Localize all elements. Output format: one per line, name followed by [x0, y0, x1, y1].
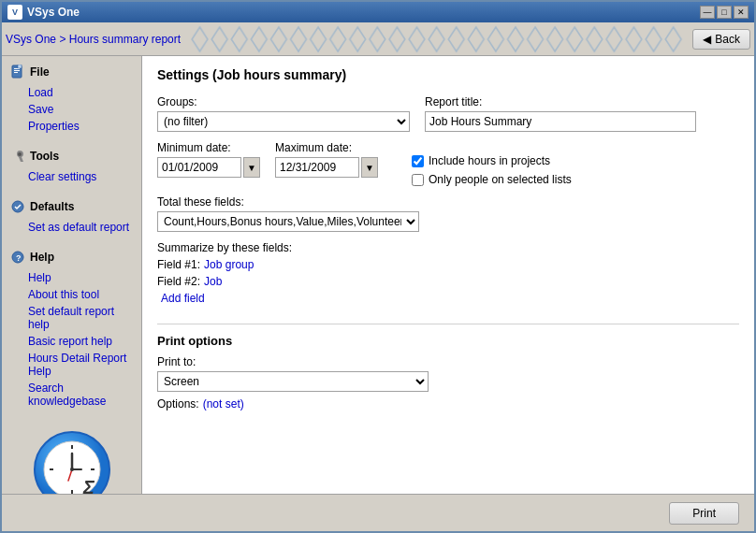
- help-icon: ?: [9, 249, 26, 266]
- only-people-label: Only people on selected lists: [429, 173, 572, 186]
- sidebar-file-section: File Load Save Properties: [2, 60, 141, 135]
- close-button[interactable]: ✕: [734, 6, 749, 19]
- breadcrumb-separator: >: [59, 33, 65, 46]
- sidebar-file-header: File: [2, 60, 141, 84]
- field1-row: Field #1: Job group: [157, 258, 739, 271]
- window-title: VSys One: [27, 6, 80, 19]
- right-options: Include hours in projects Only people on…: [412, 154, 572, 186]
- sidebar-defaults-section: Defaults Set as default report: [2, 194, 141, 236]
- options-row: Options: (not set): [157, 397, 739, 411]
- sidebar-defaults-header: Defaults: [2, 194, 141, 219]
- print-button[interactable]: Print: [669, 502, 739, 525]
- back-label: Back: [715, 33, 740, 46]
- sidebar-tools-label: Tools: [30, 150, 59, 163]
- max-date-input[interactable]: [275, 157, 359, 178]
- sidebar-properties[interactable]: Properties: [2, 118, 141, 135]
- options-label: Options:: [157, 397, 199, 411]
- groups-row: Groups: (no filter) Report title:: [157, 95, 739, 132]
- field2-row: Field #2: Job: [157, 275, 739, 288]
- wave-decoration: [190, 25, 683, 53]
- svg-point-6: [18, 152, 22, 156]
- options-value[interactable]: (not set): [203, 397, 244, 411]
- defaults-icon: [9, 198, 26, 215]
- breadcrumb-home[interactable]: VSys One: [6, 33, 56, 46]
- print-to-label: Print to:: [157, 355, 739, 368]
- toolbar: VSys One > Hours summary report ◀ Back: [2, 22, 754, 56]
- sidebar-about-tool[interactable]: About this tool: [2, 286, 141, 303]
- only-people-checkbox[interactable]: [412, 174, 424, 186]
- include-hours-row[interactable]: Include hours in projects: [412, 154, 572, 167]
- report-title-input[interactable]: [425, 111, 696, 132]
- svg-rect-4: [14, 72, 18, 73]
- min-date-group: Minimum date: ▼: [157, 141, 260, 178]
- sidebar-search-kb[interactable]: Search knowledgebase: [2, 380, 141, 410]
- sidebar-help[interactable]: Help: [2, 269, 141, 286]
- page-title: Settings (Job hours summary): [157, 67, 739, 82]
- sidebar-basic-report-help[interactable]: Basic report help: [2, 333, 141, 350]
- sidebar-load[interactable]: Load: [2, 84, 141, 101]
- main-area: File Load Save Properties Tools: [2, 56, 754, 494]
- sidebar-save[interactable]: Save: [2, 101, 141, 118]
- print-options-section: Print options Print to: Screen Options: …: [157, 324, 739, 411]
- maximize-button[interactable]: □: [717, 6, 732, 19]
- main-window: V VSys One — □ ✕ VSys One > Hours summar…: [0, 0, 756, 533]
- sidebar-clear-settings[interactable]: Clear settings: [2, 168, 141, 185]
- sidebar-file-label: File: [30, 65, 50, 79]
- sidebar: File Load Save Properties Tools: [2, 56, 142, 494]
- sidebar-hours-detail-help[interactable]: Hours Detail Report Help: [2, 350, 141, 380]
- sidebar-help-label: Help: [30, 251, 54, 264]
- print-to-select[interactable]: Screen: [157, 371, 429, 392]
- dates-row: Minimum date: ▼ Maximum date: ▼: [157, 141, 739, 186]
- print-to-group: Print to: Screen: [157, 355, 739, 392]
- max-date-picker-button[interactable]: ▼: [361, 157, 378, 178]
- min-date-label: Minimum date:: [157, 141, 260, 154]
- sidebar-logo: Σ: [2, 411, 141, 494]
- groups-label: Groups:: [157, 95, 410, 108]
- add-field-row: Add field: [157, 292, 739, 305]
- groups-select[interactable]: (no filter): [157, 111, 410, 132]
- add-field-link[interactable]: Add field: [161, 292, 205, 305]
- breadcrumb: VSys One > Hours summary report: [6, 33, 181, 46]
- sidebar-help-section: ? Help Help About this tool Set default …: [2, 245, 141, 410]
- max-date-group: Maximum date: ▼: [275, 141, 378, 178]
- app-icon: V: [7, 5, 22, 20]
- min-date-input[interactable]: [157, 157, 241, 178]
- field2-value[interactable]: Job: [204, 275, 222, 288]
- svg-point-20: [70, 468, 74, 471]
- svg-rect-3: [14, 70, 20, 71]
- summarize-section: Summarize by these fields: Field #1: Job…: [157, 241, 739, 305]
- report-title-label: Report title:: [425, 95, 696, 108]
- svg-rect-0: [190, 25, 683, 53]
- sidebar-tools-section: Tools Clear settings: [2, 144, 141, 185]
- clock-logo: Σ: [25, 421, 119, 494]
- only-people-row[interactable]: Only people on selected lists: [412, 173, 572, 186]
- sidebar-help-header: ? Help: [2, 245, 141, 269]
- sidebar-tools-header: Tools: [2, 144, 141, 168]
- content-area: Settings (Job hours summary) Groups: (no…: [142, 56, 754, 494]
- breadcrumb-current: Hours summary report: [69, 33, 181, 46]
- include-hours-label: Include hours in projects: [429, 154, 550, 167]
- min-date-picker-button[interactable]: ▼: [243, 157, 260, 178]
- minimize-button[interactable]: —: [700, 6, 715, 19]
- title-bar: V VSys One — □ ✕: [2, 2, 754, 22]
- bottom-bar: Print: [2, 494, 754, 531]
- field1-value[interactable]: Job group: [204, 258, 254, 271]
- summarize-label: Summarize by these fields:: [157, 241, 739, 254]
- svg-rect-5: [18, 65, 22, 68]
- tools-icon: [9, 148, 26, 165]
- field2-label: Field #2:: [157, 275, 200, 288]
- sidebar-defaults-label: Defaults: [30, 200, 74, 213]
- file-icon: [9, 64, 26, 80]
- svg-text:Σ: Σ: [82, 477, 95, 494]
- back-icon: ◀: [703, 33, 711, 46]
- back-button[interactable]: ◀ Back: [692, 29, 750, 50]
- total-fields-select[interactable]: Count,Hours,Bonus hours,Value,Miles,Volu…: [157, 211, 419, 232]
- sidebar-set-default-help[interactable]: Set default report help: [2, 303, 141, 333]
- print-options-title: Print options: [157, 334, 739, 348]
- svg-text:?: ?: [16, 253, 22, 263]
- include-hours-checkbox[interactable]: [412, 155, 424, 167]
- groups-group: Groups: (no filter): [157, 95, 410, 132]
- sidebar-set-default-report[interactable]: Set as default report: [2, 219, 141, 236]
- max-date-label: Maximum date:: [275, 141, 378, 154]
- total-fields-label: Total these fields:: [157, 195, 739, 209]
